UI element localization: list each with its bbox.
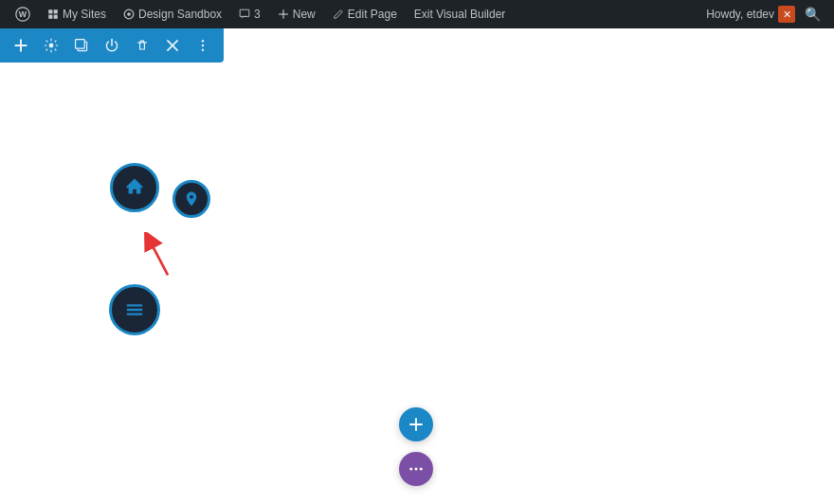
howdy-text: Howdy, etdev bbox=[706, 8, 774, 21]
settings-button[interactable] bbox=[40, 34, 63, 57]
exit-visual-builder-link[interactable]: Exit Visual Builder bbox=[407, 0, 514, 28]
divi-toolbar bbox=[0, 28, 224, 63]
admin-bar: W My Sites Design Sandbox 3 New Edit Pag… bbox=[0, 0, 834, 28]
add-button[interactable] bbox=[399, 407, 433, 441]
comment-count: 3 bbox=[254, 8, 261, 21]
svg-point-17 bbox=[202, 40, 204, 42]
canvas bbox=[0, 28, 834, 504]
delete-button[interactable] bbox=[131, 34, 154, 57]
clone-button[interactable] bbox=[70, 34, 93, 57]
svg-point-7 bbox=[127, 12, 131, 16]
edit-page-label: Edit Page bbox=[348, 8, 397, 21]
more-options-button[interactable] bbox=[191, 34, 214, 57]
svg-rect-2 bbox=[48, 9, 52, 13]
svg-rect-3 bbox=[54, 9, 58, 13]
svg-point-19 bbox=[202, 49, 204, 51]
edit-page-link[interactable]: Edit Page bbox=[325, 0, 405, 28]
svg-point-20 bbox=[190, 195, 193, 199]
close-button[interactable] bbox=[161, 34, 184, 57]
svg-point-12 bbox=[49, 44, 54, 48]
enable-button[interactable] bbox=[100, 34, 123, 57]
location-circle-button[interactable] bbox=[172, 180, 210, 218]
red-arrow-indicator bbox=[140, 232, 178, 279]
search-icon[interactable]: 🔍 bbox=[799, 7, 826, 22]
my-sites-link[interactable]: My Sites bbox=[40, 0, 114, 28]
new-link[interactable]: New bbox=[270, 0, 323, 28]
more-button[interactable] bbox=[399, 452, 433, 486]
svg-rect-5 bbox=[54, 15, 58, 19]
svg-text:W: W bbox=[19, 9, 27, 19]
svg-point-29 bbox=[415, 468, 418, 471]
svg-line-22 bbox=[149, 239, 168, 275]
svg-rect-14 bbox=[76, 40, 85, 49]
svg-point-18 bbox=[202, 45, 204, 46]
home-circle-button[interactable] bbox=[110, 163, 159, 212]
add-module-button[interactable] bbox=[9, 34, 32, 57]
svg-rect-4 bbox=[48, 15, 52, 19]
admin-bar-right: Howdy, etdev ✕ 🔍 bbox=[706, 6, 826, 23]
exit-visual-builder-label: Exit Visual Builder bbox=[414, 8, 506, 21]
comments-link[interactable]: 3 bbox=[231, 0, 268, 28]
menu-circle-button[interactable] bbox=[109, 284, 160, 335]
exit-button[interactable]: ✕ bbox=[778, 6, 795, 23]
svg-point-28 bbox=[409, 468, 412, 471]
wp-logo-link[interactable]: W bbox=[8, 0, 38, 28]
design-sandbox-link[interactable]: Design Sandbox bbox=[116, 0, 229, 28]
svg-point-30 bbox=[420, 468, 423, 471]
my-sites-label: My Sites bbox=[63, 8, 106, 21]
new-label: New bbox=[293, 8, 316, 21]
design-sandbox-label: Design Sandbox bbox=[138, 8, 222, 21]
